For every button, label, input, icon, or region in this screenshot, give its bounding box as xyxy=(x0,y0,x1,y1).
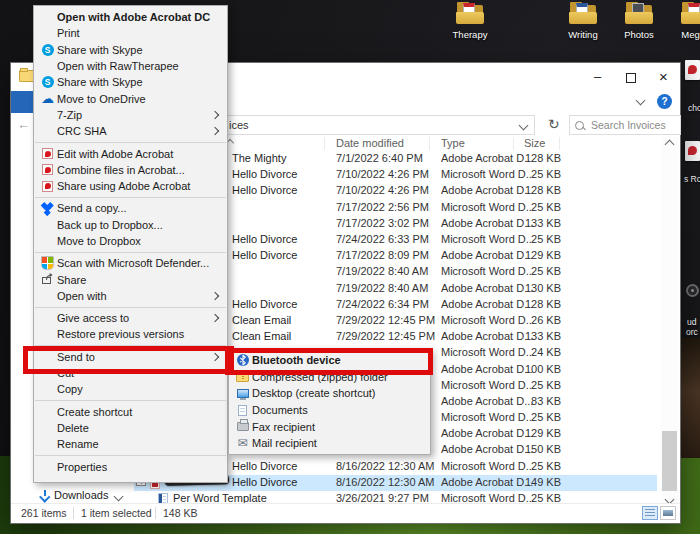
menu-item-move-to-dropbox[interactable]: Move to Dropbox xyxy=(34,233,227,249)
menu-item-create-shortcut[interactable]: Create shortcut xyxy=(34,404,227,420)
search-icon xyxy=(575,121,584,130)
menu-item-rename[interactable]: Rename xyxy=(34,436,227,452)
menu-item-label: Properties xyxy=(57,461,220,473)
column-header-date-modified[interactable]: Date modified xyxy=(336,137,404,149)
status-selected-size: 148 KB xyxy=(163,507,197,519)
close-button[interactable]: × xyxy=(647,63,680,91)
menu-item-icon-slot: S xyxy=(38,44,57,56)
search-box[interactable] xyxy=(569,115,681,135)
menu-item-open-with[interactable]: Open with xyxy=(34,288,227,304)
file-date-modified: 7/29/2022 12:45 PM xyxy=(336,330,435,342)
desktop-icon-label: Photos xyxy=(608,29,670,40)
file-size: 128 KB xyxy=(481,184,561,196)
search-input[interactable] xyxy=(589,118,679,132)
acrobat-icon xyxy=(42,164,53,175)
back-button[interactable]: ← xyxy=(17,117,30,132)
file-size: 150 KB xyxy=(481,443,561,455)
column-header-type[interactable]: Type xyxy=(441,137,465,149)
menu-item-restore-previous-versions[interactable]: Restore previous versions xyxy=(34,326,227,342)
menu-item-delete[interactable]: Delete xyxy=(34,420,227,436)
submenu-arrow-icon xyxy=(211,127,219,135)
file-size: 24 KB xyxy=(481,346,561,358)
address-dropdown-icon[interactable] xyxy=(519,121,529,131)
menu-item-move-to-onedrive[interactable]: ☁Move to OneDrive xyxy=(34,90,227,106)
desktop-edge-label: s Ro xyxy=(684,174,700,184)
refresh-button[interactable]: ↻ xyxy=(548,116,560,132)
defender-icon xyxy=(41,256,54,270)
menu-item-open-with-adobe-acrobat-dc[interactable]: Open with Adobe Acrobat DC xyxy=(34,9,227,25)
desktop-icon-writing[interactable]: Writing xyxy=(552,2,614,40)
menu-item-icon-slot xyxy=(233,389,252,398)
status-items-count: 261 items xyxy=(21,507,67,519)
menu-item-desktop-create-shortcut[interactable]: Desktop (create shortcut) xyxy=(229,385,430,402)
menu-item-properties[interactable]: Properties xyxy=(34,458,227,474)
file-date-modified: 7/17/2022 8:09 PM xyxy=(336,249,429,261)
menu-item-icon-slot: ✉ xyxy=(233,438,252,448)
menu-item-label: Share xyxy=(57,274,220,286)
menu-item-open-with-rawtherapee[interactable]: Open with RawTherapee xyxy=(34,58,227,74)
submenu-arrow-icon xyxy=(211,314,219,322)
file-date-modified: 7/17/2022 2:56 PM xyxy=(336,201,429,213)
file-size: 130 KB xyxy=(481,282,561,294)
onedrive-icon: ☁ xyxy=(41,93,54,104)
menu-item-label: Rename xyxy=(57,438,220,450)
menu-item-label: Restore previous versions xyxy=(57,328,220,340)
file-size: 129 KB xyxy=(481,427,561,439)
maximize-button[interactable] xyxy=(614,63,647,91)
menu-item-icon-slot: ☁ xyxy=(38,93,57,104)
folder-icon xyxy=(624,2,654,25)
desktop-icon-photos[interactable]: Photos xyxy=(608,2,670,40)
menu-item-give-access-to[interactable]: Give access to xyxy=(34,310,227,326)
menu-item-scan-with-microsoft-defender[interactable]: Scan with Microsoft Defender... xyxy=(34,255,227,271)
column-header-size[interactable]: Size xyxy=(524,137,545,149)
menu-item-mail-recipient[interactable]: ✉Mail recipient xyxy=(229,435,430,452)
menu-item-label: Create shortcut xyxy=(57,406,220,418)
menu-item-icon-slot xyxy=(38,148,57,159)
menu-item-label: Scan with Microsoft Defender... xyxy=(57,257,220,269)
monitor-icon xyxy=(237,389,249,398)
menu-item-label: CRC SHA xyxy=(57,125,212,137)
details-view-button[interactable] xyxy=(642,506,658,520)
file-size: 25 KB xyxy=(481,265,561,277)
submenu-arrow-icon xyxy=(211,292,219,300)
folder-icon xyxy=(455,2,485,25)
thumbnails-view-button[interactable] xyxy=(660,506,676,520)
menu-item-label: Move to OneDrive xyxy=(57,93,220,105)
file-date-modified: 7/24/2022 6:34 PM xyxy=(336,298,429,310)
file-size: 83 KB xyxy=(481,395,561,407)
menu-item-label: Give access to xyxy=(57,312,212,324)
menu-item-7-zip[interactable]: 7-Zip xyxy=(34,107,227,123)
menu-item-label: Move to Dropbox xyxy=(57,235,220,247)
desktop-icon-therapy[interactable]: Therapy xyxy=(439,2,501,40)
menu-item-back-up-to-dropbox[interactable]: Back up to Dropbox... xyxy=(34,217,227,233)
help-button[interactable]: ? xyxy=(657,94,672,109)
desktop-icon-meg-s[interactable]: Meg S xyxy=(664,2,700,40)
scrollbar[interactable] xyxy=(661,137,678,508)
menu-item-print[interactable]: Print xyxy=(34,25,227,41)
menu-item-combine-files-in-acrobat[interactable]: Combine files in Acrobat... xyxy=(34,162,227,178)
scroll-thumb[interactable] xyxy=(662,431,677,491)
menu-item-documents[interactable]: Documents xyxy=(229,402,430,419)
menu-item-share-using-adobe-acrobat[interactable]: Share using Adobe Acrobat xyxy=(34,178,227,194)
file-date-modified: 7/1/2022 6:40 PM xyxy=(336,152,423,164)
file-size: 128 KB xyxy=(481,298,561,310)
ribbon-collapse-icon[interactable] xyxy=(636,96,646,106)
menu-item-copy[interactable]: Copy xyxy=(34,381,227,397)
menu-item-icon-slot xyxy=(38,256,57,270)
desktop-edge-pdf-icon[interactable] xyxy=(685,60,700,80)
desktop-edge-audio-icon[interactable] xyxy=(686,284,699,297)
menu-item-label: Send a copy... xyxy=(57,202,220,214)
menu-item-send-a-copy[interactable]: Send a copy... xyxy=(34,200,227,216)
scroll-up-icon[interactable] xyxy=(665,140,675,150)
menu-item-share-with-skype[interactable]: SShare with Skype xyxy=(34,74,227,90)
menu-item-fax-recipient[interactable]: Fax recipient xyxy=(229,418,430,435)
menu-item-label: Open with RawTherapee xyxy=(57,60,220,72)
minimize-button[interactable]: – xyxy=(581,63,614,91)
menu-item-share[interactable]: Share xyxy=(34,271,227,287)
menu-item-share-with-skype[interactable]: SShare with Skype xyxy=(34,42,227,58)
desktop-edge-pdf-icon[interactable] xyxy=(685,141,700,161)
menu-item-edit-with-adobe-acrobat[interactable]: Edit with Adobe Acrobat xyxy=(34,145,227,161)
menu-item-crc-sha[interactable]: CRC SHA xyxy=(34,123,227,139)
file-date-modified: 8/16/2022 12:30 AM xyxy=(336,476,434,488)
ribbon-file-tab[interactable] xyxy=(11,91,34,113)
